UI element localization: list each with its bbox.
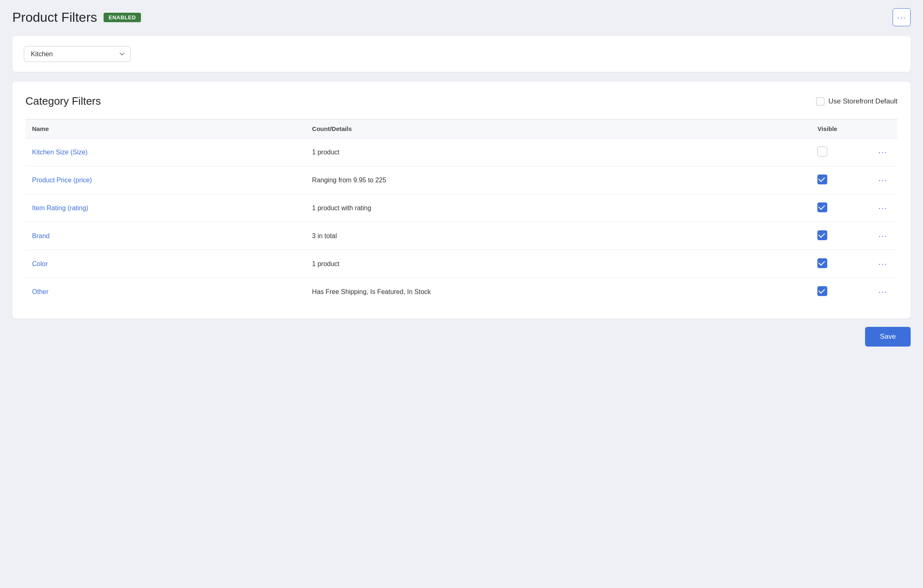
filter-name-cell: Item Rating (rating) <box>25 194 305 222</box>
storefront-default-checkbox[interactable] <box>816 97 824 106</box>
filters-card-header: Category Filters Use Storefront Default <box>25 95 898 108</box>
filter-actions-cell: ··· <box>868 194 898 222</box>
filter-name-link[interactable]: Color <box>32 260 48 267</box>
filter-count-cell: 1 product <box>305 250 811 278</box>
filter-visible-cell <box>811 250 868 278</box>
filter-visible-cell <box>811 222 868 250</box>
filter-more-button[interactable]: ··· <box>875 257 891 270</box>
filter-actions-cell: ··· <box>868 278 898 306</box>
filters-card: Category Filters Use Storefront Default … <box>12 82 911 319</box>
filter-name-link[interactable]: Product Price (price) <box>32 177 92 184</box>
filter-more-button[interactable]: ··· <box>875 285 891 298</box>
filter-name-cell: Other <box>25 278 305 306</box>
col-actions <box>868 119 898 138</box>
filter-visible-checkbox[interactable] <box>817 286 827 296</box>
category-filters-title: Category Filters <box>25 95 101 108</box>
filter-name-link[interactable]: Other <box>32 288 48 295</box>
table-header-row: Name Count/Details Visible <box>25 119 898 138</box>
filter-more-button[interactable]: ··· <box>875 202 891 214</box>
save-button[interactable]: Save <box>865 327 911 347</box>
filter-actions-cell: ··· <box>868 138 898 166</box>
filter-actions-cell: ··· <box>868 222 898 250</box>
filter-visible-cell <box>811 166 868 194</box>
table-header: Name Count/Details Visible <box>25 119 898 138</box>
filter-more-button[interactable]: ··· <box>875 146 891 158</box>
filter-name-cell: Color <box>25 250 305 278</box>
page-header: Product Filters ENABLED ··· <box>12 8 911 26</box>
table-row: Kitchen Size (Size) 1 product ··· <box>25 138 898 166</box>
filters-table: Name Count/Details Visible Kitchen Size … <box>25 119 898 305</box>
storefront-default-container: Use Storefront Default <box>816 97 898 106</box>
filter-name-link[interactable]: Item Rating (rating) <box>32 204 88 211</box>
filter-name-link[interactable]: Kitchen Size (Size) <box>32 149 88 156</box>
filter-name-cell: Brand <box>25 222 305 250</box>
table-row: Other Has Free Shipping, Is Featured, In… <box>25 278 898 306</box>
filter-name-cell: Product Price (price) <box>25 166 305 194</box>
filter-visible-checkbox[interactable] <box>817 258 827 268</box>
header-left: Product Filters ENABLED <box>12 10 141 25</box>
col-name: Name <box>25 119 305 138</box>
filter-visible-cell <box>811 278 868 306</box>
filter-visible-checkbox[interactable] <box>817 230 827 240</box>
category-selector-card: Kitchen Electronics Furniture Clothing <box>12 36 911 72</box>
save-button-container: Save <box>12 327 911 347</box>
more-options-button[interactable]: ··· <box>893 8 911 26</box>
filter-count-cell: 1 product with rating <box>305 194 811 222</box>
table-row: Color 1 product ··· <box>25 250 898 278</box>
page-title: Product Filters <box>12 10 97 25</box>
table-row: Product Price (price) Ranging from 9.95 … <box>25 166 898 194</box>
col-visible: Visible <box>811 119 868 138</box>
filter-actions-cell: ··· <box>868 250 898 278</box>
table-body: Kitchen Size (Size) 1 product ··· Produc… <box>25 138 898 306</box>
filter-count-cell: 3 in total <box>305 222 811 250</box>
col-count-details: Count/Details <box>305 119 811 138</box>
storefront-default-label: Use Storefront Default <box>828 97 898 106</box>
category-select[interactable]: Kitchen Electronics Furniture Clothing <box>24 46 131 62</box>
filter-count-cell: Ranging from 9.95 to 225 <box>305 166 811 194</box>
filter-visible-cell <box>811 138 868 166</box>
table-row: Item Rating (rating) 1 product with rati… <box>25 194 898 222</box>
filter-actions-cell: ··· <box>868 166 898 194</box>
filter-count-cell: Has Free Shipping, Is Featured, In Stock <box>305 278 811 306</box>
filter-visible-checkbox[interactable] <box>817 147 827 156</box>
filter-visible-checkbox[interactable] <box>817 202 827 212</box>
filter-more-button[interactable]: ··· <box>875 174 891 186</box>
enabled-badge: ENABLED <box>104 13 141 22</box>
filter-visible-checkbox[interactable] <box>817 175 827 184</box>
filter-visible-cell <box>811 194 868 222</box>
filter-count-cell: 1 product <box>305 138 811 166</box>
filter-name-link[interactable]: Brand <box>32 232 50 239</box>
table-row: Brand 3 in total ··· <box>25 222 898 250</box>
filter-more-button[interactable]: ··· <box>875 230 891 242</box>
filter-name-cell: Kitchen Size (Size) <box>25 138 305 166</box>
